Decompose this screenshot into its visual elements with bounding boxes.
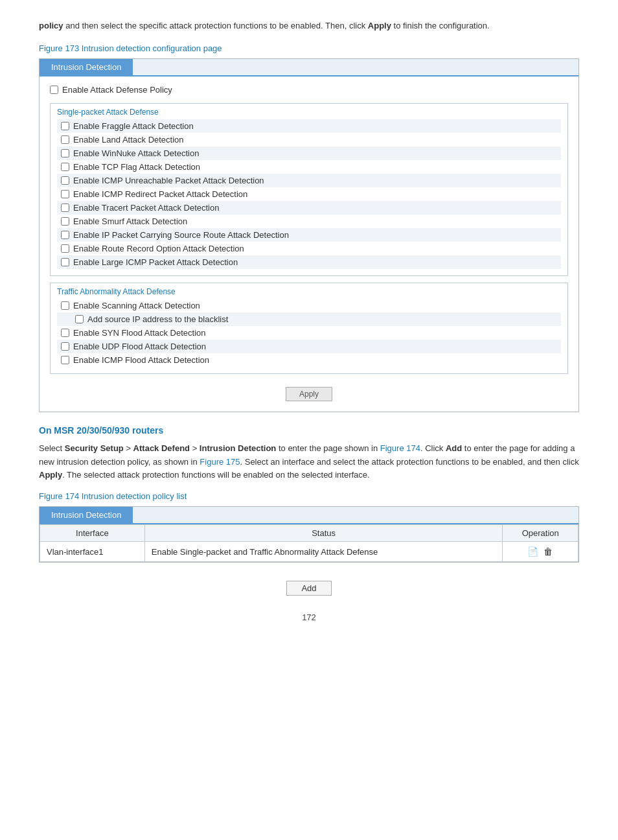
single-packet-cb-10[interactable] bbox=[61, 258, 69, 266]
traffic-cb-4[interactable] bbox=[61, 356, 69, 364]
single-packet-item-0: Enable Fraggle Attack Detection bbox=[57, 119, 561, 133]
intrusion-detection-tab-174[interactable]: Intrusion Detection bbox=[40, 507, 133, 523]
table-body: Vlan-interface1 Enable Single-packet and… bbox=[40, 542, 578, 562]
traffic-item-0: Enable Scanning Attack Detection bbox=[57, 299, 561, 312]
msr-body3: . Click bbox=[420, 443, 446, 453]
single-packet-label-1: Enable Land Attack Detection bbox=[73, 135, 184, 145]
traffic-item-1: Add source IP address to the blacklist bbox=[57, 312, 561, 326]
single-packet-cb-9[interactable] bbox=[61, 244, 69, 253]
msr-body-text: Select Security Setup > Attack Defend > … bbox=[39, 442, 579, 482]
single-packet-item-7: Enable Smurf Attack Detection bbox=[57, 215, 561, 228]
single-packet-item-2: Enable WinNuke Attack Detection bbox=[57, 146, 561, 160]
single-packet-label-0: Enable Fraggle Attack Detection bbox=[73, 121, 194, 131]
single-packet-label-7: Enable Smurf Attack Detection bbox=[73, 216, 187, 226]
msr-body2: to enter the page shown in bbox=[276, 443, 380, 453]
single-packet-items: Enable Fraggle Attack DetectionEnable La… bbox=[57, 119, 561, 269]
single-packet-label-10: Enable Large ICMP Packet Attack Detectio… bbox=[73, 257, 238, 267]
single-packet-label-2: Enable WinNuke Attack Detection bbox=[73, 148, 199, 158]
col-operation: Operation bbox=[503, 525, 578, 542]
figure173-title: Figure 173 Intrusion detection configura… bbox=[39, 43, 579, 53]
tab-bar-174: Intrusion Detection bbox=[40, 507, 578, 524]
intrusion-detection-bold: Intrusion Detection bbox=[200, 443, 276, 453]
traffic-group: Traffic Abnormality Attack Defense Enabl… bbox=[50, 283, 568, 374]
traffic-label-1: Add source IP address to the blacklist bbox=[87, 314, 228, 324]
traffic-item-2: Enable SYN Flood Attack Detection bbox=[57, 326, 561, 340]
single-packet-item-3: Enable TCP Flag Attack Detection bbox=[57, 160, 561, 174]
fig175-link[interactable]: Figure 175 bbox=[200, 457, 240, 467]
traffic-legend: Traffic Abnormality Attack Defense bbox=[57, 287, 561, 296]
figure174-title: Figure 174 Intrusion detection policy li… bbox=[39, 491, 579, 501]
intrusion-detection-table: Interface Status Operation Vlan-interfac… bbox=[40, 524, 578, 562]
single-packet-cb-3[interactable] bbox=[61, 163, 69, 171]
apply-bold: Apply bbox=[368, 21, 391, 30]
intro-paragraph: policy and then select the specific atta… bbox=[39, 19, 579, 33]
single-packet-label-4: Enable ICMP Unreachable Packet Attack De… bbox=[73, 176, 264, 185]
apply-button-173[interactable]: Apply bbox=[286, 387, 332, 401]
apply-row-173: Apply bbox=[50, 380, 568, 405]
single-packet-cb-5[interactable] bbox=[61, 190, 69, 198]
cell-status-0: Enable Single-packet and Traffic Abnorma… bbox=[144, 542, 503, 562]
policy-bold: policy bbox=[39, 21, 63, 30]
single-packet-cb-6[interactable] bbox=[61, 204, 69, 212]
msr-body6: . The selected attack protection functio… bbox=[62, 470, 370, 480]
table-row-0: Vlan-interface1 Enable Single-packet and… bbox=[40, 542, 578, 562]
table-header: Interface Status Operation bbox=[40, 525, 578, 542]
traffic-label-4: Enable ICMP Flood Attack Detection bbox=[73, 355, 209, 365]
single-packet-cb-7[interactable] bbox=[61, 217, 69, 226]
add-row: Add bbox=[39, 573, 579, 600]
delete-icon-0[interactable]: 🗑 bbox=[542, 546, 555, 557]
single-packet-label-5: Enable ICMP Redirect Packet Attack Detec… bbox=[73, 189, 247, 199]
single-packet-legend: Single-packet Attack Defense bbox=[57, 108, 561, 117]
single-packet-item-9: Enable Route Record Option Attack Detect… bbox=[57, 242, 561, 255]
traffic-label-0: Enable Scanning Attack Detection bbox=[73, 301, 200, 310]
figure173-panel: Intrusion Detection Enable Attack Defens… bbox=[39, 58, 579, 412]
traffic-cb-3[interactable] bbox=[61, 342, 69, 351]
single-packet-item-6: Enable Tracert Packet Attack Detection bbox=[57, 201, 561, 215]
single-packet-item-10: Enable Large ICMP Packet Attack Detectio… bbox=[57, 255, 561, 269]
traffic-cb-1[interactable] bbox=[75, 315, 84, 323]
gt1: > bbox=[124, 443, 133, 453]
col-status: Status bbox=[144, 525, 503, 542]
single-packet-cb-4[interactable] bbox=[61, 176, 69, 185]
enable-attack-defense-row: Enable Attack Defense Policy bbox=[50, 83, 568, 97]
traffic-cb-0[interactable] bbox=[61, 301, 69, 310]
add-button[interactable]: Add bbox=[286, 581, 331, 596]
attack-defend-bold: Attack Defend bbox=[133, 443, 190, 453]
msr-body5: . Select an interface and select the att… bbox=[240, 457, 579, 467]
traffic-label-2: Enable SYN Flood Attack Detection bbox=[73, 328, 206, 338]
fig174-link[interactable]: Figure 174 bbox=[380, 443, 420, 453]
traffic-item-3: Enable UDP Flood Attack Detection bbox=[57, 340, 561, 353]
page-number: 172 bbox=[39, 612, 579, 622]
security-setup-bold: Security Setup bbox=[65, 443, 124, 453]
single-packet-cb-0[interactable] bbox=[61, 122, 69, 130]
msr-section-heading: On MSR 20/30/50/930 routers bbox=[39, 425, 579, 436]
traffic-cb-2[interactable] bbox=[61, 329, 69, 337]
single-packet-cb-1[interactable] bbox=[61, 135, 69, 144]
tab-bar-173: Intrusion Detection bbox=[40, 59, 578, 76]
cell-operation-0: 📄 🗑 bbox=[503, 542, 578, 562]
single-packet-item-4: Enable ICMP Unreachable Packet Attack De… bbox=[57, 174, 561, 187]
col-interface: Interface bbox=[40, 525, 145, 542]
traffic-items: Enable Scanning Attack DetectionAdd sour… bbox=[57, 299, 561, 367]
single-packet-item-1: Enable Land Attack Detection bbox=[57, 133, 561, 146]
figure174-panel: Intrusion Detection Interface Status Ope… bbox=[39, 506, 579, 563]
traffic-item-4: Enable ICMP Flood Attack Detection bbox=[57, 353, 561, 367]
msr-body1: Select bbox=[39, 443, 65, 453]
traffic-label-3: Enable UDP Flood Attack Detection bbox=[73, 342, 206, 351]
single-packet-label-6: Enable Tracert Packet Attack Detection bbox=[73, 203, 219, 213]
single-packet-label-8: Enable IP Packet Carrying Source Route A… bbox=[73, 230, 289, 240]
header-row: Interface Status Operation bbox=[40, 525, 578, 542]
gt2: > bbox=[190, 443, 200, 453]
single-packet-group: Single-packet Attack Defense Enable Frag… bbox=[50, 103, 568, 276]
apply-bold2: Apply bbox=[39, 470, 62, 480]
op-icons-0: 📄 🗑 bbox=[509, 546, 571, 557]
single-packet-label-3: Enable TCP Flag Attack Detection bbox=[73, 162, 200, 172]
single-packet-cb-8[interactable] bbox=[61, 231, 69, 239]
panel-body-173: Enable Attack Defense Policy Single-pack… bbox=[40, 76, 578, 412]
single-packet-label-9: Enable Route Record Option Attack Detect… bbox=[73, 244, 244, 253]
single-packet-cb-2[interactable] bbox=[61, 149, 69, 158]
edit-icon-0[interactable]: 📄 bbox=[526, 546, 539, 557]
enable-attack-defense-checkbox[interactable] bbox=[50, 86, 58, 94]
add-bold: Add bbox=[446, 443, 462, 453]
intrusion-detection-tab-173[interactable]: Intrusion Detection bbox=[40, 59, 133, 75]
